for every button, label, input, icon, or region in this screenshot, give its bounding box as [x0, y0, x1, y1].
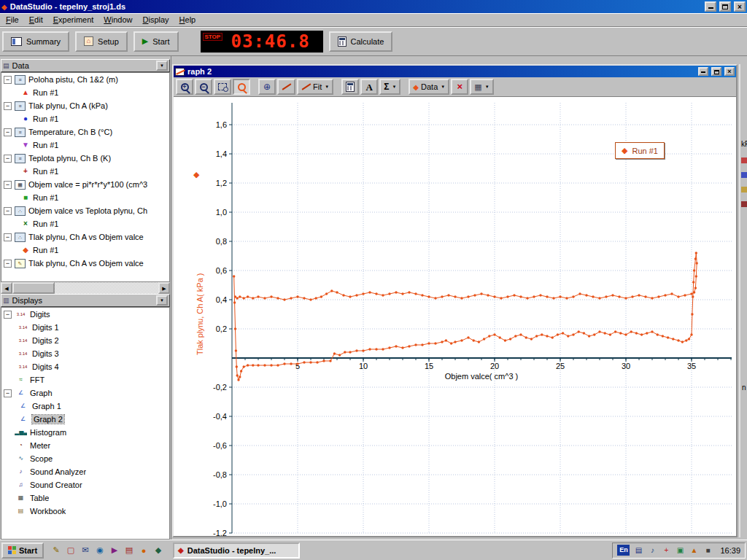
- data-source-item[interactable]: −∴Objem valce vs Teplota plynu, Ch: [1, 204, 169, 217]
- display-item-graph-2[interactable]: ∠Graph 2: [1, 413, 169, 426]
- menu-edit[interactable]: Edit: [24, 13, 48, 26]
- tree-expand-icon[interactable]: −: [4, 128, 12, 136]
- smart-tool-button[interactable]: ⊕: [258, 79, 276, 95]
- tree-expand-icon[interactable]: −: [4, 311, 12, 319]
- display-item-histogram[interactable]: ▂▅▃Histogram: [1, 426, 169, 439]
- scroll-right-button[interactable]: ▶: [158, 282, 170, 294]
- menu-window[interactable]: Window: [98, 13, 137, 26]
- display-item-sound-analyzer[interactable]: ♪Sound Analyzer: [1, 465, 169, 478]
- statistics-menu-button[interactable]: Σ▼: [379, 79, 400, 95]
- run-item[interactable]: +Run #1: [1, 165, 169, 178]
- display-item-graph-1[interactable]: ∠Graph 1: [1, 400, 169, 413]
- scroll-left-button[interactable]: ◀: [1, 282, 12, 294]
- tree-expand-icon[interactable]: −: [4, 76, 12, 84]
- data-source-item[interactable]: −▦Objem valce = pi*r*r*y*100 (cm^3: [1, 178, 169, 191]
- tray-monitor-icon[interactable]: ▣: [674, 545, 686, 556]
- display-item-digits-1[interactable]: 3.14Digits 1: [1, 321, 169, 334]
- data-panel-menu-button[interactable]: ▼: [156, 61, 168, 71]
- menu-display[interactable]: Display: [138, 13, 174, 26]
- tree-expand-icon[interactable]: −: [4, 102, 12, 110]
- zoom-select-button[interactable]: [214, 79, 231, 95]
- graph-close-button[interactable]: ×: [724, 67, 735, 76]
- chart-plot[interactable]: 5101520253035-1,2-1,0-0,8-0,6-0,4-0,20,2…: [174, 97, 736, 536]
- data-source-item[interactable]: −∴Tlak plynu, Ch A vs Objem valce: [1, 230, 169, 244]
- display-item-graph[interactable]: −∠Graph: [1, 386, 169, 400]
- run-item[interactable]: ■Run #1: [1, 191, 169, 204]
- maximize-button[interactable]: [719, 1, 731, 12]
- tree-expand-icon[interactable]: −: [4, 207, 12, 215]
- tray-update-icon[interactable]: ▲: [688, 545, 700, 556]
- start-menu-button[interactable]: Start: [1, 542, 44, 559]
- data-source-item[interactable]: −✎Tlak plynu, Ch A vs Objem valce: [1, 257, 169, 270]
- quicklaunch-books-icon[interactable]: ▤: [123, 544, 136, 557]
- minimize-button[interactable]: [705, 1, 716, 12]
- quicklaunch-media-icon[interactable]: ▶: [108, 544, 121, 557]
- tray-keyboard-icon[interactable]: ▤: [632, 545, 644, 556]
- data-menu-button[interactable]: ◆Data▼: [409, 79, 449, 95]
- display-item-digits-4[interactable]: 3.14Digits 4: [1, 360, 169, 373]
- summary-button[interactable]: Summary: [2, 31, 69, 52]
- display-item-digits[interactable]: −3.14Digits: [1, 308, 169, 321]
- display-item-table[interactable]: ▦Table: [1, 491, 169, 505]
- tree-expand-icon[interactable]: −: [4, 389, 12, 397]
- background-window-icon: [741, 158, 747, 163]
- tree-expand-icon[interactable]: −: [4, 155, 12, 163]
- settings-menu-button[interactable]: ▦▼: [470, 79, 493, 95]
- data-panel-hscrollbar[interactable]: ◀ ▶: [1, 282, 170, 294]
- tray-language-indicator[interactable]: En: [617, 545, 630, 556]
- tray-volume-icon[interactable]: ♪: [646, 545, 658, 556]
- menu-experiment[interactable]: Experiment: [48, 13, 99, 26]
- graph-maximize-button[interactable]: [711, 67, 721, 76]
- display-item-workbook[interactable]: ▤Workbook: [1, 505, 169, 518]
- calculate-button[interactable]: Calculate: [329, 31, 393, 52]
- quicklaunch-globe-icon[interactable]: ●: [137, 544, 150, 557]
- tree-expand-icon[interactable]: −: [4, 260, 12, 268]
- scrollbar-track[interactable]: [12, 282, 158, 294]
- run-item[interactable]: ▲Run #1: [1, 86, 169, 99]
- display-item-sound-creator[interactable]: ♫Sound Creator: [1, 478, 169, 491]
- tree-expand-icon[interactable]: −: [4, 233, 12, 241]
- graph-minimize-button[interactable]: [698, 67, 708, 76]
- quicklaunch-tools-icon[interactable]: ◆: [152, 544, 165, 557]
- menu-file[interactable]: File: [1, 13, 24, 26]
- scrollbar-thumb[interactable]: [12, 282, 55, 294]
- run-item[interactable]: ●Run #1: [1, 112, 169, 125]
- display-item-fft[interactable]: ≈FFT: [1, 373, 169, 386]
- text-annotation-button[interactable]: A: [360, 79, 378, 95]
- chart-area[interactable]: 5101520253035-1,2-1,0-0,8-0,6-0,4-0,20,2…: [174, 96, 736, 536]
- data-source-item[interactable]: −≡Temperature, Ch B (°C): [1, 125, 169, 139]
- setup-button[interactable]: ⌂ Setup: [75, 31, 128, 52]
- quicklaunch-mail-icon[interactable]: ✉: [79, 544, 92, 557]
- menu-help[interactable]: Help: [174, 13, 201, 26]
- display-item-digits-2[interactable]: 3.14Digits 2: [1, 334, 169, 347]
- scale-to-fit-button[interactable]: [233, 79, 250, 95]
- delete-button[interactable]: ×: [451, 79, 468, 95]
- display-item-scope[interactable]: ∿Scope: [1, 452, 169, 465]
- display-item-digits-3[interactable]: 3.14Digits 3: [1, 347, 169, 360]
- graph-calculator-button[interactable]: [341, 79, 359, 95]
- y-axis-label[interactable]: Tlak plynu, Ch A( kPa ): [196, 273, 204, 356]
- zoom-in-button[interactable]: +: [176, 79, 193, 95]
- quicklaunch-notes-icon[interactable]: ✎: [50, 544, 63, 557]
- data-source-item[interactable]: −≡Tlak plynu, Ch A (kPa): [1, 99, 169, 112]
- run-item[interactable]: ◆Run #1: [1, 244, 169, 257]
- slope-tool-button[interactable]: [277, 79, 295, 95]
- tray-network-icon[interactable]: ■: [702, 545, 713, 556]
- zoom-out-button[interactable]: −: [195, 79, 212, 95]
- tray-antivirus-icon[interactable]: +: [660, 545, 672, 556]
- data-source-item[interactable]: −≡Teplota plynu, Ch B (K): [1, 152, 169, 165]
- graph-legend[interactable]: ◆ Run #1: [615, 142, 665, 159]
- data-source-item[interactable]: −≡Poloha pistu, Ch 1&2 (m): [1, 73, 169, 86]
- x-axis-label[interactable]: Objem valce( cm^3 ): [409, 372, 554, 381]
- quicklaunch-document-icon[interactable]: ▢: [64, 544, 77, 557]
- taskbar-task-datastudio[interactable]: ◆ DataStudio - tepelny_...: [173, 542, 300, 559]
- tree-expand-icon[interactable]: −: [4, 181, 12, 189]
- start-button[interactable]: ▶ Start: [133, 31, 179, 52]
- displays-panel-menu-button[interactable]: ▼: [156, 295, 168, 306]
- close-button[interactable]: ×: [734, 1, 746, 12]
- display-item-meter[interactable]: ◔Meter: [1, 439, 169, 452]
- fit-menu-button[interactable]: Fit▼: [297, 79, 333, 95]
- run-item[interactable]: ×Run #1: [1, 217, 169, 230]
- quicklaunch-browser-icon[interactable]: ◉: [93, 544, 107, 557]
- run-item[interactable]: ▼Run #1: [1, 139, 169, 152]
